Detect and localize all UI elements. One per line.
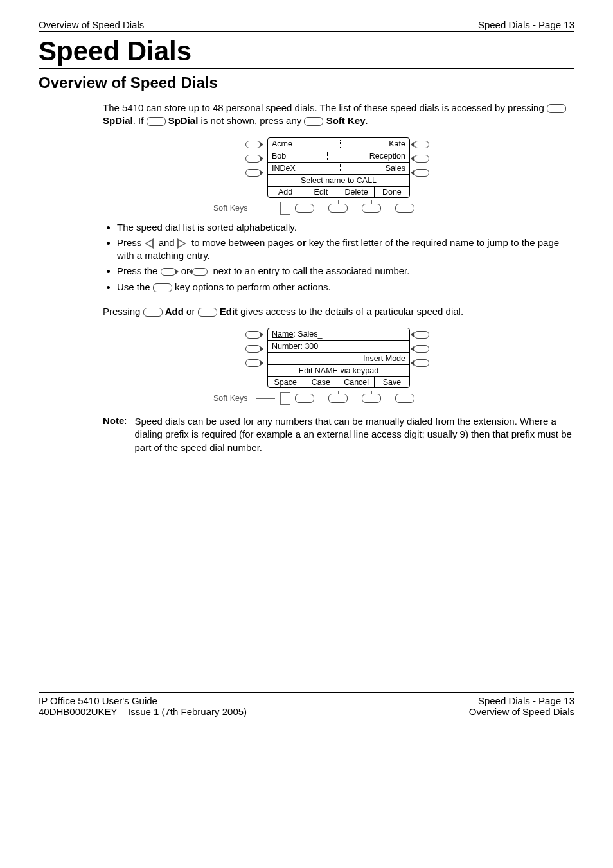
softkey-icon: [198, 308, 217, 317]
softkeys-callout: Soft Keys: [213, 392, 414, 405]
bracket-icon: [280, 202, 290, 215]
entry-right: Reception: [369, 150, 405, 162]
line-button-right-icon: [414, 359, 432, 368]
entry-left: INDeX: [272, 163, 296, 174]
bullet-or: or: [297, 237, 306, 248]
softkey-icon: [143, 308, 163, 317]
name-label: Name: [272, 330, 293, 339]
phone-screen: Name: Sales_ Number: 300 Insert Mode Edi…: [267, 328, 410, 388]
softkey-button-icon: [295, 394, 314, 403]
line-button-right-icon: [414, 330, 432, 339]
footer-bar: IP Office 5410 User's Guide 40DHB0002UKE…: [39, 692, 574, 717]
line-button-left-icon: [161, 267, 179, 276]
line-button-right-icon: [414, 154, 432, 163]
entry-left: Acme: [272, 138, 292, 150]
footer-left-2: 40DHB0002UKEY – Issue 1 (7th February 20…: [39, 706, 247, 717]
softkey-label: Delete: [339, 187, 374, 197]
line-button-right-icon: [192, 267, 210, 276]
bullet-text: key options to perform other actions.: [175, 281, 331, 292]
softkey-label: Space: [268, 377, 303, 387]
line-button-right-icon: [414, 168, 432, 177]
entry-right: Sales: [386, 163, 405, 174]
section-title: Overview of Speed Dials: [39, 74, 574, 92]
bracket-icon: [280, 392, 290, 405]
intro-text-c: is not shown, press any: [198, 115, 304, 126]
bullet-item: Use the key options to perform other act…: [117, 281, 574, 294]
spdial-label-1: SpDial: [103, 115, 133, 126]
footer-right-2: Overview of Speed Dials: [469, 706, 574, 717]
softkey-label: Edit: [303, 187, 338, 197]
softkey-icon: [547, 104, 566, 113]
bullet-text: Use the: [117, 281, 153, 292]
bullet-item: The speed dial list is sorted alphabetic…: [117, 221, 574, 234]
line-button-left-icon: [245, 359, 263, 368]
spdial-label-2: SpDial: [168, 115, 199, 126]
line-button-right-icon: [414, 344, 432, 353]
softkey-button-icon: [328, 394, 348, 403]
note-body: Speed dials can be used for any numbers …: [135, 415, 574, 454]
name-value: : Sales_: [293, 330, 322, 339]
softkey-icon: [153, 283, 172, 292]
column-separator: [327, 152, 328, 160]
softkey-button-icon: [295, 204, 314, 213]
bullet-text: Press: [117, 237, 145, 248]
bullet-item: Press the or next to an entry to call th…: [117, 265, 574, 278]
softkey-button-icon: [362, 394, 381, 403]
name-row: Name: Sales_: [268, 328, 409, 341]
screen-prompt: Edit NAME via keypad: [268, 365, 409, 376]
header-left: Overview of Speed Dials: [39, 19, 144, 30]
line-button-right-icon: [414, 140, 432, 149]
intro-text-d: .: [366, 115, 368, 126]
phone-screen: Acme Kate Bob Reception INDeX Sales Sele…: [267, 137, 410, 198]
softkey-label: Add: [268, 187, 303, 197]
softkey-label: Save: [374, 377, 409, 387]
softkeys-label: Soft Keys: [213, 204, 248, 213]
note-colon: :: [124, 415, 127, 426]
callout-line: [256, 208, 275, 208]
intro-text-a: The 5410 can store up to 48 personal spe…: [103, 102, 547, 113]
softkey-button-icon: [328, 204, 348, 213]
text: or: [186, 306, 198, 317]
nav-left-icon: [145, 238, 156, 249]
edit-label: Edit: [220, 306, 238, 317]
intro-paragraph: The 5410 can store up to 48 personal spe…: [103, 102, 574, 128]
bullet-text: to move between pages: [191, 237, 296, 248]
nav-right-icon: [177, 238, 189, 249]
softkey-icon: [304, 117, 323, 126]
line-button-left-icon: [245, 344, 263, 353]
note: Note: Speed dials can be used for any nu…: [103, 415, 574, 454]
text: Pressing: [103, 306, 143, 317]
bullet-text: next to an entry to call the associated …: [213, 265, 409, 276]
bullet-text: and: [159, 237, 177, 248]
add-label: Add: [165, 306, 184, 317]
number-row: Number: 300: [268, 341, 409, 353]
figure-1: Acme Kate Bob Reception INDeX Sales Sele…: [103, 137, 574, 215]
note-label: Note:: [103, 415, 127, 426]
intro-text-b: . If: [133, 115, 147, 126]
softkey-button-icon: [395, 204, 414, 213]
bullet-item: Press and to move between pages or key t…: [117, 236, 574, 263]
header-right: Speed Dials - Page 13: [478, 19, 574, 30]
column-separator: [340, 164, 341, 172]
softkey-button-icon: [395, 394, 414, 403]
softkey-label: Case: [303, 377, 338, 387]
line-button-left-icon: [245, 330, 263, 339]
bullet-text: Press the: [117, 265, 161, 276]
screen-prompt: Select name to CALL: [268, 175, 409, 186]
callout-line: [256, 398, 275, 399]
entry-left: Bob: [272, 150, 286, 162]
softkeys-callout: Soft Keys: [213, 202, 414, 215]
line-button-left-icon: [245, 154, 263, 163]
softkey-icon: [147, 117, 166, 126]
note-word: Note: [103, 415, 124, 426]
softkey-bar: Add Edit Delete Done: [268, 186, 409, 197]
footer-right-1: Speed Dials - Page 13: [469, 695, 574, 706]
header-bar: Overview of Speed Dials Speed Dials - Pa…: [39, 19, 574, 32]
text: gives access to the details of a particu…: [240, 306, 463, 317]
softkey-label: Done: [374, 187, 409, 197]
bullet-list: The speed dial list is sorted alphabetic…: [103, 221, 574, 294]
page-title: Speed Dials: [39, 36, 574, 69]
footer-left-1: IP Office 5410 User's Guide: [39, 695, 247, 706]
softkeys-label: Soft Keys: [213, 394, 248, 403]
softkey-label: Soft Key: [326, 115, 366, 126]
